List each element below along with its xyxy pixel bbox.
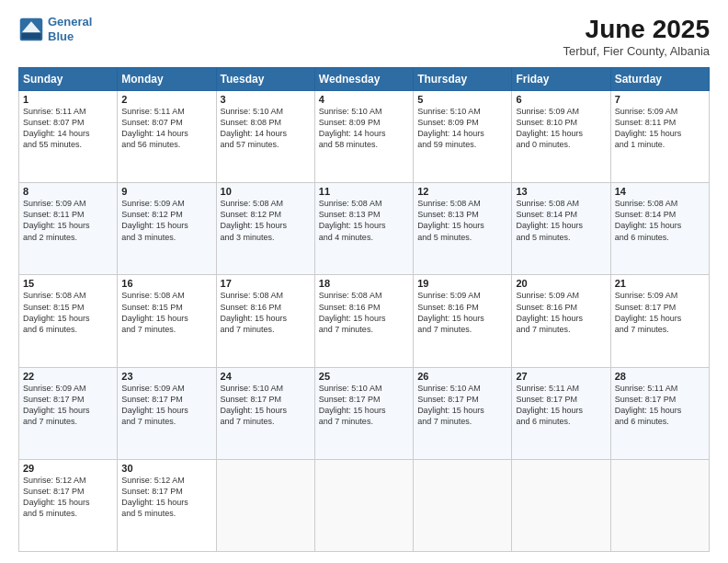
calendar-cell: 26Sunrise: 5:10 AM Sunset: 8:17 PM Dayli… [414,367,512,459]
day-number: 13 [516,186,606,197]
calendar-cell: 19Sunrise: 5:09 AM Sunset: 8:16 PM Dayli… [414,275,512,367]
day-number: 8 [23,186,113,197]
day-info: Sunrise: 5:11 AM Sunset: 8:17 PM Dayligh… [516,383,606,428]
title-block: June 2025 Terbuf, Fier County, Albania [563,15,710,58]
weekday-header: Sunday [19,68,118,91]
day-info: Sunrise: 5:08 AM Sunset: 8:16 PM Dayligh… [319,290,409,335]
calendar-week-row: 29Sunrise: 5:12 AM Sunset: 8:17 PM Dayli… [19,459,710,551]
day-number: 4 [319,94,409,105]
calendar-cell: 27Sunrise: 5:11 AM Sunset: 8:17 PM Dayli… [512,367,610,459]
calendar-cell: 6Sunrise: 5:09 AM Sunset: 8:10 PM Daylig… [512,91,610,183]
weekday-header: Thursday [414,68,512,91]
calendar-cell: 4Sunrise: 5:10 AM Sunset: 8:09 PM Daylig… [314,91,413,183]
day-number: 15 [23,278,113,289]
weekday-row: SundayMondayTuesdayWednesdayThursdayFrid… [19,68,710,91]
day-number: 18 [319,278,409,289]
day-info: Sunrise: 5:10 AM Sunset: 8:17 PM Dayligh… [221,383,311,428]
day-info: Sunrise: 5:11 AM Sunset: 8:07 PM Dayligh… [23,106,113,151]
logo-text: General Blue [48,15,92,43]
day-number: 22 [23,371,113,382]
calendar-cell: 25Sunrise: 5:10 AM Sunset: 8:17 PM Dayli… [314,367,413,459]
calendar-table: SundayMondayTuesdayWednesdayThursdayFrid… [18,67,710,552]
calendar-cell: 29Sunrise: 5:12 AM Sunset: 8:17 PM Dayli… [19,459,118,551]
day-info: Sunrise: 5:10 AM Sunset: 8:09 PM Dayligh… [319,106,409,151]
day-number: 9 [121,186,211,197]
page: General Blue June 2025 Terbuf, Fier Coun… [0,0,728,563]
day-number: 25 [319,371,409,382]
main-title: June 2025 [563,15,710,44]
day-number: 28 [615,371,705,382]
calendar-cell: 5Sunrise: 5:10 AM Sunset: 8:09 PM Daylig… [414,91,512,183]
day-info: Sunrise: 5:08 AM Sunset: 8:13 PM Dayligh… [319,198,409,243]
calendar-cell: 30Sunrise: 5:12 AM Sunset: 8:17 PM Dayli… [118,459,216,551]
calendar-cell: 14Sunrise: 5:08 AM Sunset: 8:14 PM Dayli… [610,183,709,275]
day-info: Sunrise: 5:08 AM Sunset: 8:14 PM Dayligh… [615,198,705,243]
day-info: Sunrise: 5:09 AM Sunset: 8:11 PM Dayligh… [615,106,705,151]
day-number: 24 [221,371,311,382]
day-info: Sunrise: 5:08 AM Sunset: 8:15 PM Dayligh… [23,290,113,335]
day-number: 2 [121,94,211,105]
day-info: Sunrise: 5:11 AM Sunset: 8:17 PM Dayligh… [615,383,705,428]
calendar-cell: 12Sunrise: 5:08 AM Sunset: 8:13 PM Dayli… [414,183,512,275]
day-info: Sunrise: 5:08 AM Sunset: 8:13 PM Dayligh… [417,198,507,243]
weekday-header: Saturday [610,68,709,91]
logo-line1: General [48,15,92,29]
day-info: Sunrise: 5:09 AM Sunset: 8:12 PM Dayligh… [121,198,211,243]
day-info: Sunrise: 5:10 AM Sunset: 8:09 PM Dayligh… [417,106,507,151]
day-info: Sunrise: 5:08 AM Sunset: 8:14 PM Dayligh… [516,198,606,243]
calendar-cell: 18Sunrise: 5:08 AM Sunset: 8:16 PM Dayli… [314,275,413,367]
calendar-cell: 21Sunrise: 5:09 AM Sunset: 8:17 PM Dayli… [610,275,709,367]
day-number: 19 [417,278,507,289]
day-info: Sunrise: 5:12 AM Sunset: 8:17 PM Dayligh… [23,475,113,520]
day-number: 20 [516,278,606,289]
day-number: 5 [417,94,507,105]
calendar-week-row: 8Sunrise: 5:09 AM Sunset: 8:11 PM Daylig… [19,183,710,275]
weekday-header: Monday [118,68,216,91]
calendar-cell [610,459,709,551]
day-number: 1 [23,94,113,105]
day-info: Sunrise: 5:09 AM Sunset: 8:17 PM Dayligh… [615,290,705,335]
day-number: 16 [121,278,211,289]
day-info: Sunrise: 5:10 AM Sunset: 8:17 PM Dayligh… [417,383,507,428]
day-info: Sunrise: 5:09 AM Sunset: 8:10 PM Dayligh… [516,106,606,151]
calendar-cell: 9Sunrise: 5:09 AM Sunset: 8:12 PM Daylig… [118,183,216,275]
day-info: Sunrise: 5:09 AM Sunset: 8:17 PM Dayligh… [23,383,113,428]
day-info: Sunrise: 5:09 AM Sunset: 8:17 PM Dayligh… [121,383,211,428]
day-number: 27 [516,371,606,382]
weekday-header: Friday [512,68,610,91]
calendar-week-row: 15Sunrise: 5:08 AM Sunset: 8:15 PM Dayli… [19,275,710,367]
calendar-cell: 15Sunrise: 5:08 AM Sunset: 8:15 PM Dayli… [19,275,118,367]
calendar-cell [314,459,413,551]
calendar-cell [216,459,314,551]
header: General Blue June 2025 Terbuf, Fier Coun… [18,15,710,58]
day-info: Sunrise: 5:08 AM Sunset: 8:15 PM Dayligh… [121,290,211,335]
day-number: 3 [221,94,311,105]
logo: General Blue [18,15,92,43]
day-info: Sunrise: 5:10 AM Sunset: 8:17 PM Dayligh… [319,383,409,428]
weekday-header: Wednesday [314,68,413,91]
day-info: Sunrise: 5:11 AM Sunset: 8:07 PM Dayligh… [121,106,211,151]
svg-rect-2 [22,32,41,39]
calendar-header: SundayMondayTuesdayWednesdayThursdayFrid… [19,68,710,91]
day-number: 6 [516,94,606,105]
day-number: 11 [319,186,409,197]
day-number: 21 [615,278,705,289]
calendar-cell: 24Sunrise: 5:10 AM Sunset: 8:17 PM Dayli… [216,367,314,459]
day-info: Sunrise: 5:09 AM Sunset: 8:16 PM Dayligh… [417,290,507,335]
logo-icon [18,17,44,42]
day-info: Sunrise: 5:08 AM Sunset: 8:12 PM Dayligh… [221,198,311,243]
calendar-cell: 11Sunrise: 5:08 AM Sunset: 8:13 PM Dayli… [314,183,413,275]
calendar-cell: 8Sunrise: 5:09 AM Sunset: 8:11 PM Daylig… [19,183,118,275]
day-number: 29 [23,463,113,474]
calendar-cell: 3Sunrise: 5:10 AM Sunset: 8:08 PM Daylig… [216,91,314,183]
subtitle: Terbuf, Fier County, Albania [563,44,710,58]
day-info: Sunrise: 5:08 AM Sunset: 8:16 PM Dayligh… [221,290,311,335]
day-number: 23 [121,371,211,382]
calendar-cell [414,459,512,551]
day-number: 7 [615,94,705,105]
day-info: Sunrise: 5:10 AM Sunset: 8:08 PM Dayligh… [221,106,311,151]
calendar-cell: 13Sunrise: 5:08 AM Sunset: 8:14 PM Dayli… [512,183,610,275]
calendar-cell: 28Sunrise: 5:11 AM Sunset: 8:17 PM Dayli… [610,367,709,459]
calendar-cell: 2Sunrise: 5:11 AM Sunset: 8:07 PM Daylig… [118,91,216,183]
calendar-body: 1Sunrise: 5:11 AM Sunset: 8:07 PM Daylig… [19,91,710,552]
